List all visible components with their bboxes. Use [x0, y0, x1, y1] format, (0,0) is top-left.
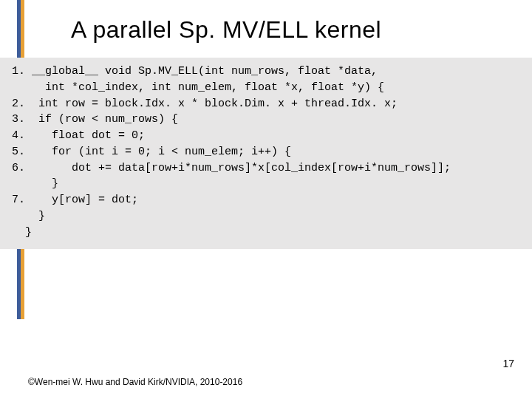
slide-title: A parallel Sp. MV/ELL kernel: [71, 16, 381, 44]
code-line: 3. if (row < num_rows) {: [12, 112, 520, 128]
copyright-text: ©Wen-mei W. Hwu and David Kirk/NVIDIA, 2…: [28, 377, 242, 387]
code-line: int *col_index, int num_elem, float *x, …: [12, 80, 520, 96]
code-line: 1. __global__ void Sp.MV_ELL(int num_row…: [12, 64, 520, 80]
code-line: 4. float dot = 0;: [12, 128, 520, 144]
code-line: 7. y[row] = dot;: [12, 192, 520, 208]
page-number: 17: [502, 358, 514, 369]
code-block: 1. __global__ void Sp.MV_ELL(int num_row…: [0, 58, 532, 249]
code-line: }: [12, 176, 520, 192]
code-line: }: [12, 225, 520, 241]
code-line: }: [12, 208, 520, 225]
code-line: 5. for (int i = 0; i < num_elem; i++) {: [12, 144, 520, 160]
code-line: 2. int row = block.Idx. x * block.Dim. x…: [12, 96, 520, 112]
code-line: 6. dot += data[row+i*num_rows]*x[col_ind…: [12, 160, 520, 177]
slide: A parallel Sp. MV/ELL kernel 1. __global…: [0, 0, 532, 399]
